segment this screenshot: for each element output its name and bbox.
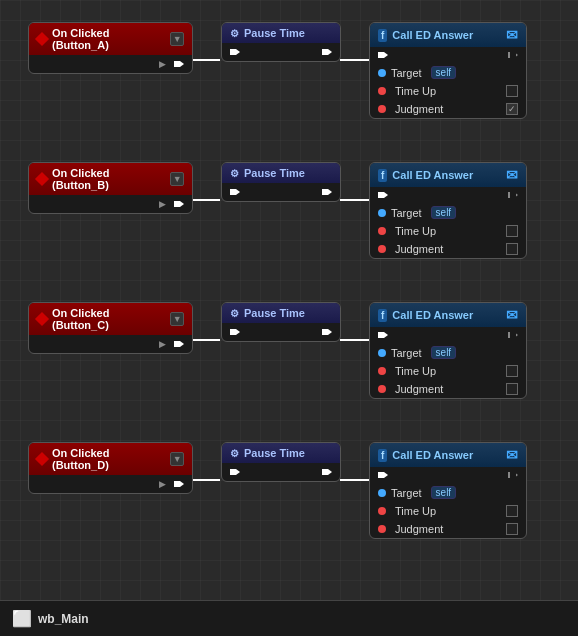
pause-pin-row-4 (222, 463, 340, 481)
judgment-label-3: Judgment (391, 383, 501, 395)
event-diamond-icon-a (35, 32, 49, 46)
event-expand-a[interactable]: ▼ (170, 32, 184, 46)
judgment-checkbox-4[interactable] (506, 523, 518, 535)
call-exec-in-1 (378, 50, 388, 60)
target-pin-1 (378, 69, 386, 77)
judgment-pin-1 (378, 105, 386, 113)
event-expand-d[interactable]: ▼ (170, 452, 184, 466)
exec-out-pin-a (174, 59, 184, 69)
judgment-checkbox-3[interactable] (506, 383, 518, 395)
pause-node-header-3: ⚙ Pause Time (222, 303, 340, 323)
event-expand-c[interactable]: ▼ (170, 312, 184, 326)
mail-icon-4: ✉ (506, 447, 518, 463)
gear-icon-2: ⚙ (230, 168, 239, 179)
pause-node-header-1: ⚙ Pause Time (222, 23, 340, 43)
call-timeup-row-2: Time Up (370, 222, 526, 240)
call-exec-out-3 (508, 330, 518, 340)
call-timeup-row-1: Time Up (370, 82, 526, 100)
event-node-button-c[interactable]: On Clicked (Button_C) ▼ ▶ (28, 302, 193, 354)
pause-pin-row-3 (222, 323, 340, 341)
timeup-pin-4 (378, 507, 386, 515)
event-node-button-b[interactable]: On Clicked (Button_B) ▼ ▶ (28, 162, 193, 214)
call-exec-in-2 (378, 190, 388, 200)
pause-pin-row-2 (222, 183, 340, 201)
mail-icon-3: ✉ (506, 307, 518, 323)
func-icon-4: f (378, 449, 387, 462)
call-exec-row-1 (370, 47, 526, 63)
timeup-checkbox-2[interactable] (506, 225, 518, 237)
judgment-label-1: Judgment (391, 103, 501, 115)
pause-node-3[interactable]: ⚙ Pause Time (221, 302, 341, 342)
target-value-3: self (431, 346, 457, 359)
pause-label-1: Pause Time (244, 27, 305, 39)
pause-label-3: Pause Time (244, 307, 305, 319)
call-timeup-row-4: Time Up (370, 502, 526, 520)
call-exec-in-3 (378, 330, 388, 340)
call-target-row-1: Target self (370, 63, 526, 82)
node-row-2: On Clicked (Button_B) ▼ ▶ ⚙ Pause Time f… (28, 162, 527, 259)
event-node-button-a[interactable]: On Clicked (Button_A) ▼ ▶ (28, 22, 193, 74)
call-node-3[interactable]: f Call ED Answer ✉ Target self Time Up J… (369, 302, 527, 399)
call-judgment-row-1: Judgment (370, 100, 526, 118)
judgment-checkbox-2[interactable] (506, 243, 518, 255)
call-judgment-row-4: Judgment (370, 520, 526, 538)
event-node-header-a: On Clicked (Button_A) ▼ (29, 23, 192, 55)
event-expand-b[interactable]: ▼ (170, 172, 184, 186)
event-exec-pin-b: ▶ (29, 195, 192, 213)
timeup-pin-2 (378, 227, 386, 235)
event-label-c: On Clicked (Button_C) (52, 307, 165, 331)
exec-out-pin-b (174, 199, 184, 209)
timeup-label-3: Time Up (391, 365, 501, 377)
pause-node-4[interactable]: ⚙ Pause Time (221, 442, 341, 482)
event-node-header-b: On Clicked (Button_B) ▼ (29, 163, 192, 195)
exec-out-pin-c (174, 339, 184, 349)
call-exec-in-4 (378, 470, 388, 480)
pause-pin-row-1 (222, 43, 340, 61)
pause-node-1[interactable]: ⚙ Pause Time (221, 22, 341, 62)
node-row-4: On Clicked (Button_D) ▼ ▶ ⚙ Pause Time f… (28, 442, 527, 539)
event-diamond-icon-d (35, 452, 49, 466)
pause-node-2[interactable]: ⚙ Pause Time (221, 162, 341, 202)
pause-exec-out-3 (322, 327, 332, 337)
pause-node-header-4: ⚙ Pause Time (222, 443, 340, 463)
call-judgment-row-2: Judgment (370, 240, 526, 258)
timeup-checkbox-3[interactable] (506, 365, 518, 377)
event-diamond-icon-b (35, 172, 49, 186)
target-label-4: Target (391, 487, 422, 499)
event-label-a: On Clicked (Button_A) (52, 27, 165, 51)
pause-label-2: Pause Time (244, 167, 305, 179)
call-node-1[interactable]: f Call ED Answer ✉ Target self Time Up J… (369, 22, 527, 119)
pause-exec-in-4 (230, 467, 240, 477)
target-value-1: self (431, 66, 457, 79)
target-value-2: self (431, 206, 457, 219)
timeup-pin-3 (378, 367, 386, 375)
event-exec-pin-c: ▶ (29, 335, 192, 353)
call-exec-out-2 (508, 190, 518, 200)
call-node-2[interactable]: f Call ED Answer ✉ Target self Time Up J… (369, 162, 527, 259)
gear-icon-1: ⚙ (230, 28, 239, 39)
timeup-label-1: Time Up (391, 85, 501, 97)
call-node-header-3: f Call ED Answer ✉ (370, 303, 526, 327)
timeup-label-2: Time Up (391, 225, 501, 237)
judgment-pin-4 (378, 525, 386, 533)
event-node-button-d[interactable]: On Clicked (Button_D) ▼ ▶ (28, 442, 193, 494)
func-icon-3: f (378, 309, 387, 322)
timeup-checkbox-4[interactable] (506, 505, 518, 517)
pause-exec-in-1 (230, 47, 240, 57)
target-pin-4 (378, 489, 386, 497)
event-label-b: On Clicked (Button_B) (52, 167, 165, 191)
event-label-d: On Clicked (Button_D) (52, 447, 165, 471)
exec-out-pin-d (174, 479, 184, 489)
node-row-1: On Clicked (Button_A) ▼ ▶ ⚙ Pause Time f (28, 22, 527, 119)
event-exec-pin-d: ▶ (29, 475, 192, 493)
target-pin-2 (378, 209, 386, 217)
call-node-4[interactable]: f Call ED Answer ✉ Target self Time Up J… (369, 442, 527, 539)
judgment-checkbox-1[interactable] (506, 103, 518, 115)
gear-icon-3: ⚙ (230, 308, 239, 319)
timeup-checkbox-1[interactable] (506, 85, 518, 97)
call-node-header-2: f Call ED Answer ✉ (370, 163, 526, 187)
pause-label-4: Pause Time (244, 447, 305, 459)
target-value-4: self (431, 486, 457, 499)
call-exec-out-4 (508, 470, 518, 480)
blueprint-canvas: On Clicked (Button_A) ▼ ▶ ⚙ Pause Time f (0, 0, 578, 600)
